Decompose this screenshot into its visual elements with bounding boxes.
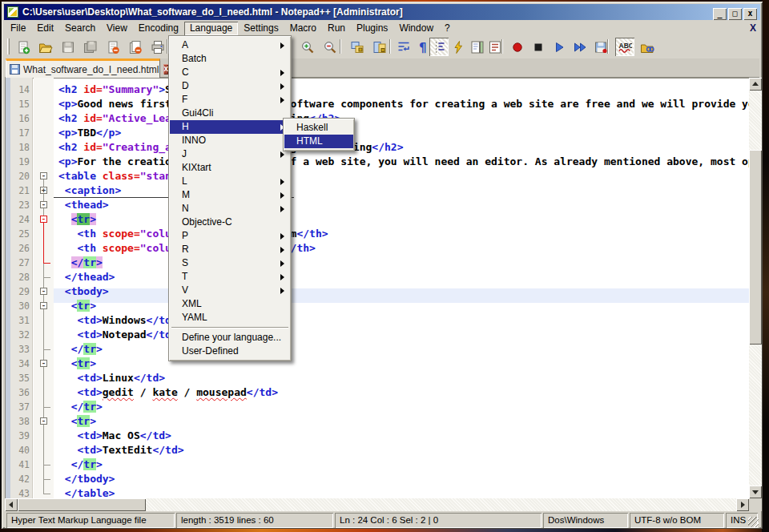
- vertical-scroll-thumb[interactable]: [749, 150, 762, 345]
- language-h-submenu: HaskellHTML: [283, 118, 355, 151]
- menu-item-view[interactable]: View: [101, 22, 133, 35]
- fold-collapse-box[interactable]: -: [40, 216, 47, 223]
- scroll-right-button[interactable]: [736, 498, 749, 511]
- fold-collapse-box[interactable]: -: [40, 288, 47, 295]
- fold-collapse-box[interactable]: -: [40, 302, 47, 309]
- language-menu-item-user-defined[interactable]: User-Defined: [170, 345, 290, 358]
- language-menu-item-v[interactable]: V: [170, 284, 290, 297]
- open-file-button[interactable]: [36, 38, 55, 56]
- resize-grip[interactable]: [748, 517, 759, 527]
- line-number: 24: [10, 214, 30, 225]
- zoom-out-button[interactable]: [320, 38, 340, 56]
- language-menu-item-d[interactable]: D: [170, 79, 290, 93]
- code-line-33: </tr>: [54, 342, 749, 357]
- language-menu-item-s[interactable]: S: [170, 256, 290, 270]
- horizontal-scrollbar[interactable]: [5, 498, 749, 511]
- menu-item-[interactable]: ?: [439, 22, 456, 35]
- menu-item-plugins[interactable]: Plugins: [351, 22, 393, 35]
- language-menu-item-a[interactable]: A: [170, 38, 290, 52]
- menu-item-macro[interactable]: Macro: [284, 22, 322, 35]
- language-menu-item-objective-c[interactable]: Objective-C: [170, 216, 290, 229]
- submenu-arrow-icon: [280, 247, 284, 253]
- fold-collapse-box[interactable]: -: [40, 201, 47, 208]
- sync-vertical-button[interactable]: [348, 38, 367, 56]
- line-number: 26: [10, 243, 30, 254]
- submenu-item-haskell[interactable]: Haskell: [284, 121, 353, 135]
- close-all-button[interactable]: [126, 38, 145, 56]
- title-bar[interactable]: C:\Users\user\Desktop\What_software_do_I…: [4, 4, 760, 20]
- close-button[interactable]: x: [743, 8, 757, 20]
- menu-separator: [171, 327, 288, 328]
- code-line-14: <h2 id="Summary">Summary</h2>: [54, 83, 749, 97]
- fold-collapse-box[interactable]: -: [40, 417, 47, 425]
- macro-play-button[interactable]: [550, 38, 569, 56]
- language-menu-item-kixtart[interactable]: KIXtart: [170, 161, 290, 175]
- function-list-icon: [488, 40, 502, 54]
- editor-pane[interactable]: 1415161718192021232425262728293031323334…: [5, 78, 762, 511]
- menu-item-edit[interactable]: Edit: [31, 22, 59, 35]
- scroll-up-button[interactable]: [749, 78, 762, 91]
- dspellcheck-link-button[interactable]: [638, 38, 657, 56]
- document-map-button[interactable]: [468, 38, 487, 56]
- language-menu-item-p[interactable]: P: [170, 229, 290, 243]
- language-menu-item-m[interactable]: M: [170, 188, 290, 202]
- language-menu-item-yaml[interactable]: YAML: [170, 311, 290, 324]
- language-menu-item-define-your-language-[interactable]: Define your language...: [170, 331, 290, 345]
- sync-horizontal-button[interactable]: [370, 38, 389, 56]
- language-menu-item-batch[interactable]: Batch: [170, 52, 290, 66]
- scroll-left-button[interactable]: [5, 498, 18, 511]
- new-file-button[interactable]: [14, 38, 33, 56]
- menu-item-language[interactable]: Language: [184, 22, 238, 35]
- submenu-item-html[interactable]: HTML: [284, 135, 353, 148]
- language-menu-item-r[interactable]: R: [170, 243, 290, 256]
- macro-record-button[interactable]: [508, 38, 527, 56]
- scroll-down-button[interactable]: [749, 486, 762, 498]
- language-menu-item-f[interactable]: F: [170, 93, 290, 107]
- language-menu-item-j[interactable]: J: [170, 147, 290, 161]
- fold-collapse-box[interactable]: -: [40, 360, 47, 367]
- code-text-area[interactable]: <h2 id="Summary">Summary</h2><p>Good new…: [54, 78, 749, 498]
- menu-item-window[interactable]: Window: [393, 22, 439, 35]
- function-list-button[interactable]: [485, 38, 505, 56]
- macro-save-button[interactable]: [591, 38, 610, 56]
- line-number: 43: [10, 488, 30, 499]
- toolbar-separator: [340, 39, 341, 54]
- fold-margin[interactable]: -+------: [34, 78, 54, 498]
- menu-item-file[interactable]: File: [5, 22, 31, 35]
- language-menu-item-gui4cli[interactable]: Gui4Cli: [170, 107, 290, 120]
- vertical-scrollbar[interactable]: [749, 78, 762, 498]
- language-menu-item-n[interactable]: N: [170, 202, 290, 216]
- language-menu-item-t[interactable]: T: [170, 270, 290, 284]
- submenu-arrow-icon: [280, 274, 284, 280]
- code-line-36: <td>gedit / kate / mousepad</td>: [54, 385, 749, 400]
- macro-save-icon: [594, 40, 608, 54]
- menu-item-encoding[interactable]: Encoding: [133, 22, 184, 35]
- language-menu-item-xml[interactable]: XML: [170, 297, 290, 311]
- tab-bar: What_software_do_I_need.html x: [5, 58, 759, 78]
- document-close-x[interactable]: X: [750, 22, 756, 34]
- zoom-in-button[interactable]: [298, 38, 317, 56]
- language-menu-item-l[interactable]: L: [170, 175, 290, 188]
- spell-check-button[interactable]: ABC: [615, 38, 634, 56]
- horizontal-scroll-thumb[interactable]: [18, 498, 146, 511]
- print-button[interactable]: [148, 38, 167, 56]
- show-indent-guide-button[interactable]: [429, 38, 449, 56]
- save-all-button[interactable]: [81, 38, 100, 56]
- language-menu-item-c[interactable]: C: [170, 66, 290, 79]
- language-menu-item-h[interactable]: H: [170, 120, 290, 134]
- macro-stop-button[interactable]: [529, 38, 548, 56]
- tab-active-document[interactable]: What_software_do_I_need.html x: [6, 58, 160, 78]
- menu-item-search[interactable]: Search: [59, 22, 101, 35]
- save-file-button[interactable]: [58, 38, 78, 56]
- fold-collapse-box[interactable]: -: [40, 172, 47, 179]
- fold-expand-box[interactable]: +: [40, 187, 47, 194]
- language-menu-item-inno[interactable]: INNO: [170, 134, 290, 147]
- close-file-button[interactable]: [103, 38, 123, 56]
- minimize-button[interactable]: _: [713, 8, 727, 20]
- menu-item-settings[interactable]: Settings: [238, 22, 284, 35]
- maximize-button[interactable]: □: [728, 8, 742, 20]
- menu-item-run[interactable]: Run: [322, 22, 351, 35]
- function-completion-button[interactable]: [449, 38, 468, 56]
- macro-run-multiple-button[interactable]: [570, 38, 590, 56]
- word-wrap-button[interactable]: [394, 38, 413, 56]
